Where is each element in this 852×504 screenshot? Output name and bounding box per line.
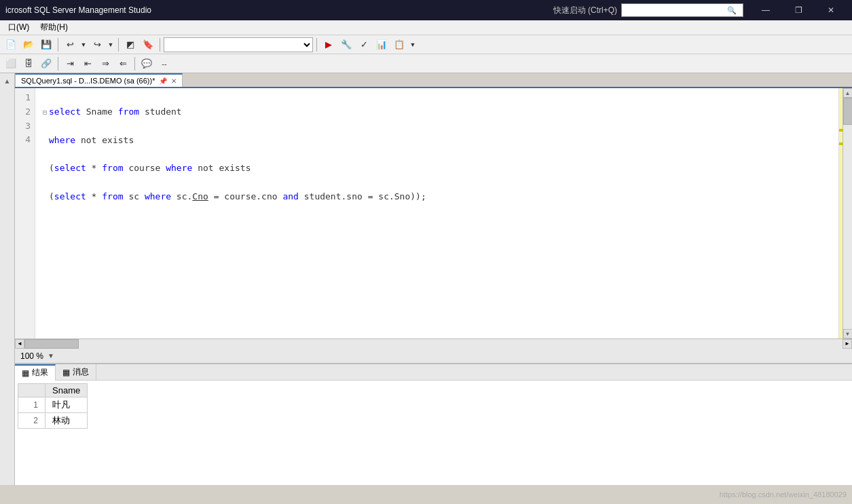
new-query-btn[interactable]: 📄 [3, 37, 19, 53]
row-1-num: 1 [18, 398, 45, 413]
summarize-btn[interactable]: ◩ [122, 37, 138, 53]
zoom-label: 100 % [20, 351, 43, 361]
save-btn[interactable]: 💾 [38, 37, 54, 53]
title-bar-left: icrosoft SQL Server Management Studio [5, 5, 151, 15]
table-header-rownum [18, 384, 45, 398]
table-header-sname: Sname [45, 384, 88, 398]
new-btn2[interactable]: ⬜ [3, 56, 19, 72]
toolbar-row1: 📄 📂 💾 ↩ ▼ ↪ ▼ ◩ 🔖 ▶ 🔧 ✓ 📊 📋 ▼ [0, 35, 852, 54]
scroll-thumb[interactable] [843, 98, 853, 125]
fold-4 [41, 192, 49, 203]
comment-btn[interactable]: 💬 [138, 56, 155, 72]
table-header-row: Sname [18, 384, 88, 398]
line-num-4: 4 [19, 133, 31, 147]
row-2-sname: 林动 [45, 413, 88, 429]
redo-dropdown[interactable]: ▼ [107, 37, 115, 53]
scroll-down-btn[interactable]: ▼ [843, 329, 853, 338]
scroll-h-thumb[interactable] [24, 339, 79, 349]
watermark: https://blog.csdn.net/weixin_48180029 [720, 490, 847, 499]
yellow-strip [838, 88, 842, 338]
collapse-arrow-up[interactable]: ▲ [3, 76, 12, 86]
scroll-h-track[interactable] [24, 339, 842, 349]
undo-dropdown[interactable]: ▼ [79, 37, 88, 53]
toolbar-row2: ⬜ 🗄 🔗 ⇥ ⇤ ⇒ ⇐ 💬 -- [0, 54, 852, 73]
results-content: Sname 1 叶凡 2 林动 [15, 381, 852, 485]
connect-btn[interactable]: 🔗 [38, 56, 54, 72]
outdent-btn[interactable]: ⇤ [79, 56, 96, 72]
sep2 [118, 38, 119, 52]
results-tab-messages[interactable]: ▦ 消息 [56, 364, 96, 381]
tab-close-icon[interactable]: ✕ [171, 77, 177, 85]
sep5 [58, 57, 58, 71]
tab-label: SQLQuery1.sql - D...IS.DEMO (sa (66))* [21, 77, 155, 85]
results-panel: ▦ 结果 ▦ 消息 Sname [15, 363, 852, 485]
results-tab-results[interactable]: ▦ 结果 [15, 364, 56, 381]
line-num-1: 1 [19, 91, 31, 105]
menu-window[interactable]: 口(W) [3, 20, 35, 35]
results-tabs: ▦ 结果 ▦ 消息 [15, 364, 852, 381]
display-estimated-plan-btn[interactable]: 📊 [373, 37, 390, 53]
outdent2-btn[interactable]: ⇐ [115, 56, 131, 72]
title-bar: icrosoft SQL Server Management Studio 快速… [0, 0, 852, 20]
fold-3 [41, 163, 49, 174]
row-1-sname: 叶凡 [45, 398, 88, 413]
line-num-2: 2 [19, 105, 31, 119]
code-line-4: (select * from sc where sc.Cno = course.… [41, 190, 833, 204]
app-title: icrosoft SQL Server Management Studio [5, 5, 151, 15]
fold-1[interactable]: ⊟ [41, 107, 49, 118]
code-line-3: (select * from course where not exists [41, 161, 833, 176]
menu-bar: 口(W) 帮助(H) [0, 20, 852, 35]
tab-pin-icon[interactable]: 📌 [159, 77, 167, 85]
tbl-btn[interactable]: 🗄 [20, 56, 37, 72]
restore-button[interactable]: ❐ [783, 0, 814, 20]
uncomment-btn[interactable]: -- [156, 56, 172, 72]
table-row: 2 林动 [18, 413, 88, 429]
code-line-2: where not exists [41, 134, 833, 148]
bookmark-btn[interactable]: 🔖 [140, 37, 156, 53]
editor-tab-1[interactable]: SQLQuery1.sql - D...IS.DEMO (sa (66))* 📌… [15, 73, 183, 87]
line-numbers: 1 2 3 4 [15, 88, 35, 338]
main-area: ▲ SQLQuery1.sql - D...IS.DEMO (sa (66))*… [0, 73, 852, 485]
code-content[interactable]: ⊟select Sname from student where not exi… [35, 88, 838, 338]
results-tab-label: 结果 [32, 367, 48, 379]
editor-container: SQLQuery1.sql - D...IS.DEMO (sa (66))* 📌… [15, 73, 852, 485]
scroll-track[interactable] [843, 98, 853, 329]
row-2-num: 2 [18, 413, 45, 429]
messages-tab-label: 消息 [73, 366, 89, 378]
indent2-btn[interactable]: ⇒ [97, 56, 113, 72]
undo-btn[interactable]: ↩ [62, 37, 78, 53]
right-scrollbar[interactable]: ▲ ▼ [842, 88, 852, 338]
indent-btn[interactable]: ⇥ [62, 56, 78, 72]
database-dropdown[interactable] [164, 37, 313, 52]
status-bar: 100 % ▼ [15, 348, 852, 363]
search-icon: 🔍 [727, 6, 737, 15]
debug-btn[interactable]: 🔧 [338, 37, 354, 53]
minimize-button[interactable]: — [750, 0, 781, 20]
open-btn[interactable]: 📂 [20, 37, 37, 53]
window-controls: — ❐ ✕ [750, 0, 847, 20]
code-editor[interactable]: 1 2 3 4 ⊟select Sname from student where… [15, 88, 852, 338]
results-dropdown[interactable]: ▼ [409, 37, 417, 53]
table-row: 1 叶凡 [18, 398, 88, 413]
left-gutter: ▲ [0, 73, 15, 485]
scroll-left-btn[interactable]: ◄ [15, 339, 24, 349]
menu-help[interactable]: 帮助(H) [35, 20, 73, 35]
redo-btn[interactable]: ↪ [89, 37, 105, 53]
results-to-btn[interactable]: 📋 [391, 37, 407, 53]
search-label: 快速启动 (Ctrl+Q) [553, 5, 617, 16]
code-line-1: ⊟select Sname from student [41, 105, 833, 119]
parse-btn[interactable]: ✓ [356, 37, 372, 53]
close-button[interactable]: ✕ [815, 0, 847, 20]
scroll-right-btn[interactable]: ► [842, 339, 852, 349]
line-num-3: 3 [19, 119, 31, 134]
sep1 [58, 38, 58, 52]
editor-area: 1 2 3 4 ⊟select Sname from student where… [15, 88, 852, 485]
quick-search-box[interactable]: 🔍 [621, 3, 743, 17]
bottom-scroll-area: ◄ ► [15, 338, 852, 348]
zoom-dropdown-arrow[interactable]: ▼ [48, 352, 54, 360]
results-icon: ▦ [22, 368, 29, 378]
results-table: Sname 1 叶凡 2 林动 [18, 383, 88, 429]
scroll-up-btn[interactable]: ▲ [843, 88, 853, 98]
quick-search-input[interactable] [622, 6, 727, 14]
execute-btn[interactable]: ▶ [320, 37, 337, 53]
